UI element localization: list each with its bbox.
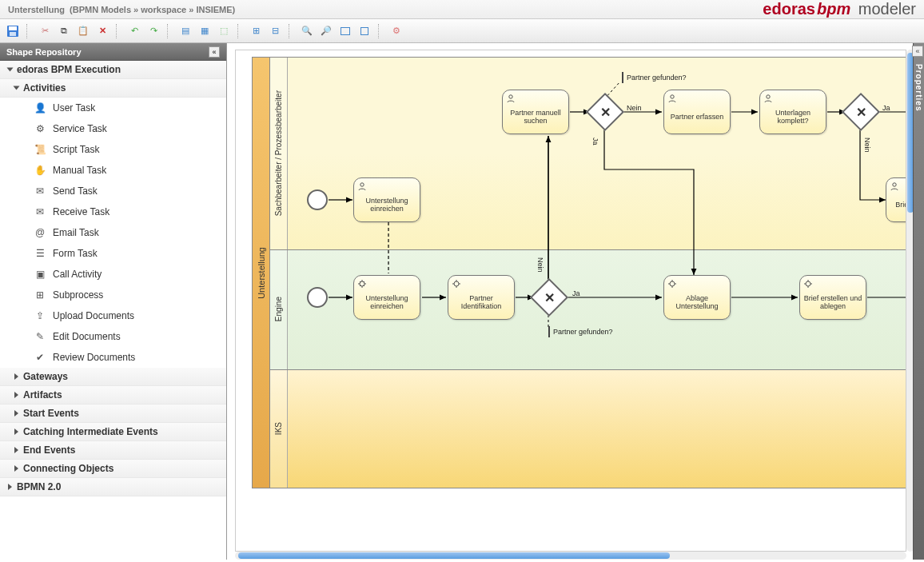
- scrollbar-thumb[interactable]: [238, 552, 670, 559]
- crumb-1[interactable]: BPMN Models: [73, 5, 131, 14]
- section-gateways[interactable]: Gateways: [0, 368, 226, 386]
- lane-3[interactable]: IKS: [270, 369, 906, 488]
- leaf-label: Subprocess: [53, 289, 103, 301]
- redo-button[interactable]: ↷: [145, 23, 161, 39]
- shape-subprocess[interactable]: ⊞Subprocess: [0, 285, 226, 305]
- task-label: Brief erstellen und ablegen: [803, 294, 862, 310]
- shape-email-task[interactable]: @Email Task: [0, 222, 226, 243]
- task-partner-identifikation[interactable]: Partner Identifikation: [448, 275, 515, 320]
- task-unterlagen-komplett[interactable]: Unterlagen komplett?: [759, 90, 826, 134]
- brand-edoras: edoras: [763, 0, 815, 18]
- zoom-out-icon: 🔎: [321, 26, 332, 36]
- task-unterstellung-einreichen-1[interactable]: Unterstellung einreichen: [353, 177, 420, 222]
- brand-bpm: bpm: [817, 0, 850, 18]
- leaf-label: Script Task: [53, 144, 99, 155]
- distribute-button[interactable]: ⬚: [216, 23, 232, 39]
- canvas-area: Unterstellung Sachbearbeiter / Prozessbe…: [227, 43, 924, 560]
- separator: [26, 24, 31, 38]
- section-end-events[interactable]: End Events: [0, 441, 226, 460]
- shape-upload-documents[interactable]: ⇪Upload Documents: [0, 305, 226, 326]
- shape-send-task[interactable]: ✉Send Task: [0, 181, 226, 201]
- fit-page-button[interactable]: [337, 23, 353, 39]
- pool-label[interactable]: Unterstellung: [253, 58, 270, 488]
- leaf-label: Receive Task: [53, 206, 110, 217]
- section-start-events[interactable]: Start Events: [0, 405, 226, 423]
- leaf-label: Edit Documents: [53, 331, 121, 342]
- shape-service-task[interactable]: ⚙Service Task: [0, 118, 226, 139]
- lane-label[interactable]: IKS: [270, 369, 288, 488]
- task-label: Unterlagen komplett?: [763, 109, 822, 125]
- section-bpmn-2[interactable]: BPMN 2.0: [0, 478, 226, 496]
- validate-button[interactable]: ⚙: [388, 23, 404, 39]
- align-center-button[interactable]: ▦: [197, 23, 213, 39]
- panel-header: Shape Repository «: [0, 43, 226, 61]
- lane-label[interactable]: Sachbearbeiter / Prozessbearbeiter: [270, 58, 288, 249]
- align-button[interactable]: ▤: [177, 23, 193, 39]
- shape-receive-task[interactable]: ✉Receive Task: [0, 201, 226, 222]
- svg-point-24: [360, 183, 364, 186]
- collapse-left-icon[interactable]: «: [209, 46, 220, 58]
- x-icon: ✕: [544, 290, 555, 305]
- start-event-lane1[interactable]: [307, 189, 328, 210]
- zoom-out-button[interactable]: 🔎: [318, 23, 334, 39]
- hand-icon: ✋: [34, 164, 46, 177]
- ungroup-icon: ⊟: [272, 26, 279, 36]
- review-icon: ✔: [34, 351, 46, 364]
- leaf-label: User Task: [53, 102, 95, 114]
- edge-label-ja: Ja: [572, 289, 580, 297]
- shape-review-documents[interactable]: ✔Review Documents: [0, 347, 226, 368]
- group-button[interactable]: ⊞: [248, 23, 264, 39]
- crumb-2[interactable]: workspace: [141, 5, 186, 14]
- section-artifacts[interactable]: Artifacts: [0, 386, 226, 405]
- collapse-right-icon[interactable]: «: [912, 46, 923, 57]
- svg-point-32: [806, 281, 810, 286]
- shape-manual-task[interactable]: ✋Manual Task: [0, 160, 226, 181]
- annotation-partner-gefunden-1[interactable]: Partner gefunden?: [622, 72, 690, 83]
- align-icon: ▤: [181, 26, 189, 36]
- delete-button[interactable]: ✕: [94, 23, 110, 39]
- shape-form-task[interactable]: ☰Form Task: [0, 243, 226, 264]
- section-edoras-bpm[interactable]: edoras BPM Execution: [0, 61, 226, 79]
- shape-script-task[interactable]: 📜Script Task: [0, 139, 226, 160]
- task-unterstellung-einreichen-2[interactable]: Unterstellung einreichen: [353, 275, 420, 320]
- section-catching-events[interactable]: Catching Intermediate Events: [0, 423, 226, 441]
- cut-button[interactable]: ✂: [37, 23, 53, 39]
- task-brief-editieren[interactable]: Brief editieren: [886, 177, 906, 222]
- bpmn-pool[interactable]: Unterstellung Sachbearbeiter / Prozessbe…: [252, 57, 906, 488]
- shape-call-activity[interactable]: ▣Call Activity: [0, 264, 226, 285]
- start-event-lane2[interactable]: [307, 287, 328, 308]
- actual-size-button[interactable]: [356, 23, 372, 39]
- undo-button[interactable]: ↶: [126, 23, 142, 39]
- shape-user-task[interactable]: 👤User Task: [0, 98, 226, 118]
- form-icon: ☰: [34, 247, 46, 260]
- diagram-canvas[interactable]: Unterstellung Sachbearbeiter / Prozessbe…: [235, 50, 906, 552]
- ungroup-button[interactable]: ⊟: [267, 23, 283, 39]
- task-partner-erfassen[interactable]: Partner erfassen: [663, 90, 731, 134]
- toolbar: ✂ ⧉ 📋 ✕ ↶ ↷ ▤ ▦ ⬚ ⊞ ⊟ 🔍 🔎 ⚙: [0, 19, 924, 43]
- edit-icon: ✎: [34, 330, 46, 343]
- lane-label[interactable]: Engine: [270, 249, 288, 369]
- task-partner-manuell-suchen[interactable]: Partner manuell suchen: [502, 90, 569, 134]
- crumb-3[interactable]: INSIEME: [196, 5, 232, 14]
- section-label: End Events: [23, 444, 75, 456]
- properties-panel-collapsed[interactable]: « Properties: [913, 43, 924, 560]
- task-brief-erstellen[interactable]: Brief erstellen und ablegen: [799, 275, 866, 320]
- user-icon: [890, 181, 899, 191]
- gear-icon: [357, 279, 367, 289]
- save-button[interactable]: [5, 23, 21, 39]
- leaf-label: Upload Documents: [53, 310, 134, 321]
- shape-edit-documents[interactable]: ✎Edit Documents: [0, 326, 226, 347]
- annotation-partner-gefunden-2[interactable]: Partner gefunden?: [548, 326, 616, 337]
- task-ablage-unterstellung[interactable]: Ablage Unterstellung: [663, 275, 731, 320]
- user-icon: 👤: [34, 102, 46, 114]
- task-label: Brief editieren: [895, 201, 906, 209]
- horizontal-scrollbar[interactable]: [235, 552, 906, 560]
- expand-icon: [7, 68, 14, 72]
- zoom-in-button[interactable]: 🔍: [299, 23, 315, 39]
- task-label: Partner manuell suchen: [506, 109, 565, 125]
- section-connecting-objects[interactable]: Connecting Objects: [0, 460, 226, 478]
- svg-rect-1: [9, 26, 17, 30]
- paste-button[interactable]: 📋: [75, 23, 91, 39]
- section-activities[interactable]: Activities: [0, 79, 226, 98]
- copy-button[interactable]: ⧉: [56, 23, 72, 39]
